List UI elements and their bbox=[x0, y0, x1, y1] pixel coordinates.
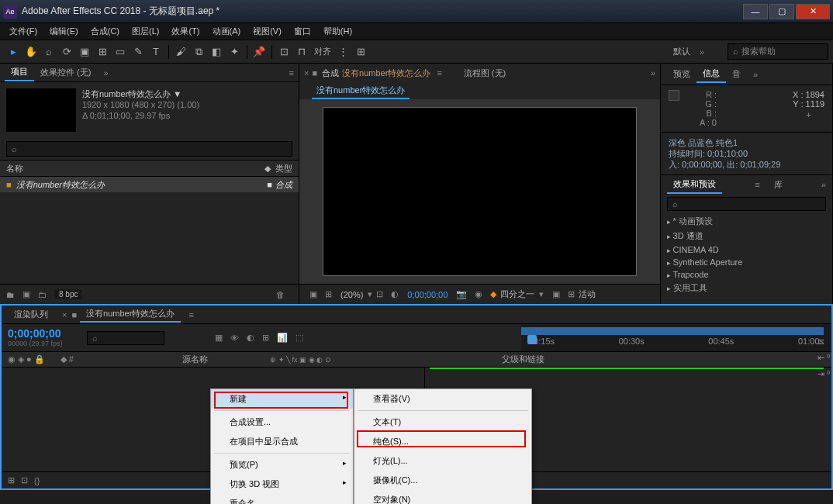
menu-图层(L)[interactable]: 图层(L) bbox=[126, 24, 165, 39]
new-comp-icon[interactable]: ▣ bbox=[22, 289, 30, 299]
menu-item[interactable]: 在项目中显示合成 bbox=[211, 432, 353, 451]
timeline-timecode[interactable]: 0;00;00;00 bbox=[8, 327, 81, 340]
workspace-label[interactable]: 默认 bbox=[673, 46, 690, 57]
mag-icon[interactable]: ▣ bbox=[309, 289, 317, 299]
grid-icon[interactable]: ⊞ bbox=[325, 289, 332, 299]
motion-blur-icon[interactable]: ◐ bbox=[247, 333, 254, 343]
effect-category[interactable]: * 动画预设 bbox=[667, 214, 826, 229]
snap-opt-icon[interactable]: ⋮ bbox=[334, 43, 351, 60]
comp-breadcrumb[interactable]: 没有number特效怎么办 bbox=[312, 83, 410, 99]
snapshot-icon[interactable]: 📷 bbox=[456, 289, 467, 299]
selection-tool[interactable]: ▸ bbox=[5, 43, 22, 60]
res-icon[interactable]: ⊡ bbox=[376, 289, 383, 299]
bracket-icon[interactable]: ⊏ bbox=[817, 337, 830, 347]
comp-tab-name[interactable]: 没有number特效怎么办 bbox=[342, 67, 430, 79]
tab-effects-presets[interactable]: 效果和预设 bbox=[667, 176, 722, 194]
menu-item[interactable]: 摄像机(C)... bbox=[354, 471, 531, 490]
shy-icon[interactable]: 👁 bbox=[230, 333, 239, 343]
project-item[interactable]: ■ 没有number特效怎么办 ■ 合成 bbox=[0, 177, 299, 192]
effect-category[interactable]: Synthetic Aperture bbox=[667, 256, 826, 268]
comp-name[interactable]: 没有number特效怎么办 ▼ bbox=[82, 88, 199, 99]
timeline-search-input[interactable] bbox=[87, 331, 164, 345]
roto-tool[interactable]: ✦ bbox=[226, 43, 243, 60]
toggle-in-out-icon[interactable]: {} bbox=[34, 476, 40, 485]
transparency-icon[interactable]: ⊞ bbox=[568, 289, 575, 299]
puppet-tool[interactable]: 📌 bbox=[251, 43, 268, 60]
panel-more-icon[interactable]: » bbox=[103, 68, 108, 78]
close-button[interactable]: ✕ bbox=[796, 4, 830, 19]
clone-tool[interactable]: ⧉ bbox=[190, 43, 207, 60]
effect-category[interactable]: 实用工具 bbox=[667, 281, 826, 295]
bpc-button[interactable]: 8 bpc bbox=[54, 289, 82, 299]
effect-category[interactable]: 3D 通道 bbox=[667, 229, 826, 243]
menu-item[interactable]: 预览(P) bbox=[211, 455, 353, 475]
effects-search-input[interactable]: ⌕ bbox=[667, 197, 826, 211]
text-tool[interactable]: T bbox=[147, 43, 164, 60]
search-help-input[interactable]: 搜索帮助 bbox=[728, 43, 828, 60]
effect-category[interactable]: CINEMA 4D bbox=[667, 243, 826, 256]
comp-time[interactable]: 0;00;00;00 bbox=[407, 290, 448, 299]
minimize-button[interactable]: — bbox=[743, 4, 768, 19]
tab-preview[interactable]: 预览 bbox=[667, 66, 696, 82]
local-axis-tool[interactable]: ⊡ bbox=[275, 43, 292, 60]
menu-item[interactable]: 查看器(V) bbox=[354, 389, 531, 409]
menu-item[interactable]: 合成设置... bbox=[211, 413, 353, 432]
tab-render-queue[interactable]: 渲染队列 bbox=[8, 307, 54, 322]
tab-effect-controls[interactable]: 效果控件 (无) bbox=[34, 64, 97, 81]
maximize-button[interactable]: ▢ bbox=[769, 4, 794, 19]
active-camera[interactable]: 活动 bbox=[579, 288, 596, 300]
tab-project[interactable]: 项目 bbox=[5, 64, 34, 81]
show-snapshot-icon[interactable]: ◉ bbox=[475, 289, 482, 299]
menu-窗口[interactable]: 窗口 bbox=[288, 24, 317, 39]
frame-blend-icon[interactable]: ⊞ bbox=[262, 333, 269, 343]
tab-flowchart[interactable]: 流程图 (无) bbox=[458, 65, 512, 81]
roi-icon[interactable]: ▣ bbox=[552, 289, 560, 299]
column-parent[interactable]: 父级和链接 bbox=[502, 354, 544, 365]
snap-edge-icon[interactable]: ⊞ bbox=[352, 43, 369, 60]
hand-tool[interactable]: ✋ bbox=[22, 43, 40, 60]
work-area-bar[interactable] bbox=[430, 368, 824, 369]
toggle-modes-icon[interactable]: ⊡ bbox=[21, 475, 28, 485]
tab-timeline-comp[interactable]: 没有number特效怎么办 bbox=[80, 306, 181, 323]
trash-icon[interactable]: 🗑 bbox=[276, 290, 285, 299]
graph-icon[interactable]: 📊 bbox=[277, 333, 288, 343]
zoom-dropdown[interactable]: (20%) bbox=[340, 290, 363, 299]
brush-tool[interactable]: 🖌 bbox=[172, 43, 189, 60]
channels-icon[interactable]: ◆ bbox=[490, 289, 496, 299]
project-search-input[interactable]: ⌕ bbox=[6, 141, 292, 157]
orbit-tool[interactable]: ⟳ bbox=[58, 43, 75, 60]
panel-overflow-icon[interactable]: » bbox=[753, 70, 758, 79]
zoom-tool[interactable]: ⌕ bbox=[40, 43, 57, 60]
eraser-tool[interactable]: ◧ bbox=[208, 43, 225, 60]
panel-overflow-icon[interactable]: » bbox=[651, 68, 655, 78]
column-source-name[interactable]: 源名称 bbox=[182, 354, 208, 365]
menu-item[interactable]: 重命名 bbox=[211, 494, 353, 504]
column-name[interactable]: 名称 bbox=[6, 163, 264, 174]
pen-tool[interactable]: ✎ bbox=[130, 43, 147, 60]
chevron-down-icon[interactable]: » bbox=[700, 47, 704, 57]
tab-audio[interactable]: 音 bbox=[726, 66, 747, 82]
menu-动画(A)[interactable]: 动画(A) bbox=[206, 24, 247, 39]
draft3d-icon[interactable]: ⬚ bbox=[296, 333, 303, 343]
rect-tool[interactable]: ▭ bbox=[112, 43, 129, 60]
menu-item[interactable]: 空对象(N) bbox=[354, 490, 531, 504]
tab-info[interactable]: 信息 bbox=[696, 65, 726, 83]
out-point-icon[interactable]: ⇥ ⁰ bbox=[817, 369, 830, 379]
menu-编辑(E)[interactable]: 编辑(E) bbox=[43, 24, 85, 39]
new-folder-icon[interactable]: 🗀 bbox=[38, 290, 47, 299]
menu-帮助(H)[interactable]: 帮助(H) bbox=[317, 24, 358, 39]
interpret-icon[interactable]: 🖿 bbox=[6, 290, 15, 299]
menu-视图(V)[interactable]: 视图(V) bbox=[247, 24, 288, 39]
effect-category[interactable]: Trapcode bbox=[667, 268, 826, 281]
menu-item[interactable]: 新建 bbox=[211, 389, 353, 409]
toggle-switches-icon[interactable]: ⊞ bbox=[8, 475, 15, 485]
tab-library[interactable]: 库 bbox=[768, 177, 789, 193]
resolution-dropdown[interactable]: 四分之一 bbox=[500, 288, 534, 300]
panel-menu-icon[interactable]: ≡ bbox=[289, 68, 294, 78]
time-ruler[interactable]: 00:15s00:30s00:45s01:00s bbox=[521, 324, 831, 351]
camera-tool[interactable]: ▣ bbox=[76, 43, 93, 60]
panel-overflow-icon[interactable]: » bbox=[821, 180, 826, 189]
mask-icon[interactable]: ◐ bbox=[391, 289, 399, 299]
menu-item[interactable]: 文本(T) bbox=[354, 413, 531, 432]
menu-合成(C)[interactable]: 合成(C) bbox=[85, 24, 126, 39]
